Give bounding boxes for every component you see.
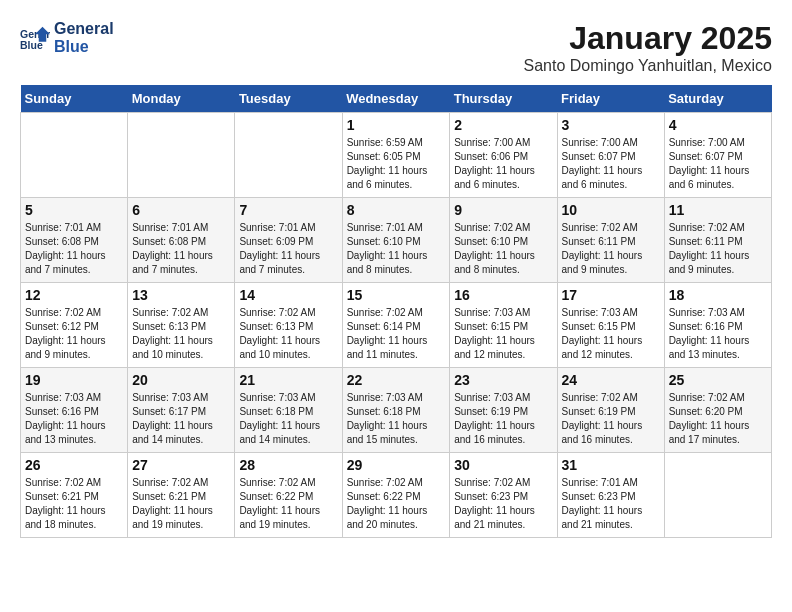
day-info: Sunrise: 7:02 AM Sunset: 6:11 PM Dayligh… [669, 221, 767, 277]
header-cell-wednesday: Wednesday [342, 85, 450, 113]
day-cell: 6Sunrise: 7:01 AM Sunset: 6:08 PM Daylig… [128, 198, 235, 283]
day-cell: 20Sunrise: 7:03 AM Sunset: 6:17 PM Dayli… [128, 368, 235, 453]
day-info: Sunrise: 7:01 AM Sunset: 6:09 PM Dayligh… [239, 221, 337, 277]
day-cell: 22Sunrise: 7:03 AM Sunset: 6:18 PM Dayli… [342, 368, 450, 453]
day-number: 27 [132, 457, 230, 473]
day-cell: 10Sunrise: 7:02 AM Sunset: 6:11 PM Dayli… [557, 198, 664, 283]
day-number: 23 [454, 372, 552, 388]
page-header: General Blue General Blue January 2025 S… [20, 20, 772, 75]
header-row: SundayMondayTuesdayWednesdayThursdayFrid… [21, 85, 772, 113]
day-number: 3 [562, 117, 660, 133]
calendar-table: SundayMondayTuesdayWednesdayThursdayFrid… [20, 85, 772, 538]
day-number: 25 [669, 372, 767, 388]
header-cell-monday: Monday [128, 85, 235, 113]
day-number: 26 [25, 457, 123, 473]
day-info: Sunrise: 7:02 AM Sunset: 6:22 PM Dayligh… [347, 476, 446, 532]
day-number: 29 [347, 457, 446, 473]
day-number: 20 [132, 372, 230, 388]
day-info: Sunrise: 7:01 AM Sunset: 6:23 PM Dayligh… [562, 476, 660, 532]
logo: General Blue General Blue [20, 20, 114, 56]
day-info: Sunrise: 7:03 AM Sunset: 6:15 PM Dayligh… [454, 306, 552, 362]
day-info: Sunrise: 7:00 AM Sunset: 6:06 PM Dayligh… [454, 136, 552, 192]
day-info: Sunrise: 7:02 AM Sunset: 6:12 PM Dayligh… [25, 306, 123, 362]
day-info: Sunrise: 7:00 AM Sunset: 6:07 PM Dayligh… [669, 136, 767, 192]
day-cell: 15Sunrise: 7:02 AM Sunset: 6:14 PM Dayli… [342, 283, 450, 368]
day-cell: 8Sunrise: 7:01 AM Sunset: 6:10 PM Daylig… [342, 198, 450, 283]
day-info: Sunrise: 7:02 AM Sunset: 6:21 PM Dayligh… [25, 476, 123, 532]
week-row-1: 1Sunrise: 6:59 AM Sunset: 6:05 PM Daylig… [21, 113, 772, 198]
day-cell: 16Sunrise: 7:03 AM Sunset: 6:15 PM Dayli… [450, 283, 557, 368]
header-cell-sunday: Sunday [21, 85, 128, 113]
day-number: 19 [25, 372, 123, 388]
day-number: 9 [454, 202, 552, 218]
day-cell: 7Sunrise: 7:01 AM Sunset: 6:09 PM Daylig… [235, 198, 342, 283]
day-number: 1 [347, 117, 446, 133]
day-cell: 29Sunrise: 7:02 AM Sunset: 6:22 PM Dayli… [342, 453, 450, 538]
day-number: 7 [239, 202, 337, 218]
logo-line2: Blue [54, 38, 114, 56]
day-cell: 9Sunrise: 7:02 AM Sunset: 6:10 PM Daylig… [450, 198, 557, 283]
day-info: Sunrise: 6:59 AM Sunset: 6:05 PM Dayligh… [347, 136, 446, 192]
day-info: Sunrise: 7:02 AM Sunset: 6:13 PM Dayligh… [132, 306, 230, 362]
day-cell: 4Sunrise: 7:00 AM Sunset: 6:07 PM Daylig… [664, 113, 771, 198]
day-number: 10 [562, 202, 660, 218]
week-row-4: 19Sunrise: 7:03 AM Sunset: 6:16 PM Dayli… [21, 368, 772, 453]
page-title: January 2025 [524, 20, 772, 57]
day-number: 30 [454, 457, 552, 473]
day-info: Sunrise: 7:02 AM Sunset: 6:21 PM Dayligh… [132, 476, 230, 532]
day-cell: 13Sunrise: 7:02 AM Sunset: 6:13 PM Dayli… [128, 283, 235, 368]
day-info: Sunrise: 7:03 AM Sunset: 6:16 PM Dayligh… [669, 306, 767, 362]
day-info: Sunrise: 7:02 AM Sunset: 6:19 PM Dayligh… [562, 391, 660, 447]
header-cell-thursday: Thursday [450, 85, 557, 113]
day-info: Sunrise: 7:02 AM Sunset: 6:20 PM Dayligh… [669, 391, 767, 447]
day-info: Sunrise: 7:02 AM Sunset: 6:23 PM Dayligh… [454, 476, 552, 532]
header-cell-friday: Friday [557, 85, 664, 113]
day-number: 17 [562, 287, 660, 303]
day-cell: 5Sunrise: 7:01 AM Sunset: 6:08 PM Daylig… [21, 198, 128, 283]
day-number: 6 [132, 202, 230, 218]
day-number: 11 [669, 202, 767, 218]
day-cell: 17Sunrise: 7:03 AM Sunset: 6:15 PM Dayli… [557, 283, 664, 368]
day-cell: 28Sunrise: 7:02 AM Sunset: 6:22 PM Dayli… [235, 453, 342, 538]
day-info: Sunrise: 7:02 AM Sunset: 6:14 PM Dayligh… [347, 306, 446, 362]
day-cell: 26Sunrise: 7:02 AM Sunset: 6:21 PM Dayli… [21, 453, 128, 538]
day-info: Sunrise: 7:01 AM Sunset: 6:08 PM Dayligh… [25, 221, 123, 277]
day-number: 4 [669, 117, 767, 133]
day-number: 2 [454, 117, 552, 133]
day-cell: 11Sunrise: 7:02 AM Sunset: 6:11 PM Dayli… [664, 198, 771, 283]
day-number: 22 [347, 372, 446, 388]
day-cell [21, 113, 128, 198]
day-info: Sunrise: 7:02 AM Sunset: 6:10 PM Dayligh… [454, 221, 552, 277]
day-info: Sunrise: 7:03 AM Sunset: 6:15 PM Dayligh… [562, 306, 660, 362]
week-row-3: 12Sunrise: 7:02 AM Sunset: 6:12 PM Dayli… [21, 283, 772, 368]
day-cell: 31Sunrise: 7:01 AM Sunset: 6:23 PM Dayli… [557, 453, 664, 538]
day-cell: 1Sunrise: 6:59 AM Sunset: 6:05 PM Daylig… [342, 113, 450, 198]
day-number: 15 [347, 287, 446, 303]
day-cell [128, 113, 235, 198]
header-cell-saturday: Saturday [664, 85, 771, 113]
day-cell: 21Sunrise: 7:03 AM Sunset: 6:18 PM Dayli… [235, 368, 342, 453]
day-cell: 2Sunrise: 7:00 AM Sunset: 6:06 PM Daylig… [450, 113, 557, 198]
day-cell: 14Sunrise: 7:02 AM Sunset: 6:13 PM Dayli… [235, 283, 342, 368]
day-info: Sunrise: 7:03 AM Sunset: 6:18 PM Dayligh… [239, 391, 337, 447]
day-number: 5 [25, 202, 123, 218]
day-number: 12 [25, 287, 123, 303]
title-block: January 2025 Santo Domingo Yanhuitlan, M… [524, 20, 772, 75]
day-cell: 25Sunrise: 7:02 AM Sunset: 6:20 PM Dayli… [664, 368, 771, 453]
day-info: Sunrise: 7:00 AM Sunset: 6:07 PM Dayligh… [562, 136, 660, 192]
day-cell: 27Sunrise: 7:02 AM Sunset: 6:21 PM Dayli… [128, 453, 235, 538]
day-info: Sunrise: 7:03 AM Sunset: 6:18 PM Dayligh… [347, 391, 446, 447]
day-number: 16 [454, 287, 552, 303]
day-number: 28 [239, 457, 337, 473]
day-info: Sunrise: 7:03 AM Sunset: 6:17 PM Dayligh… [132, 391, 230, 447]
week-row-5: 26Sunrise: 7:02 AM Sunset: 6:21 PM Dayli… [21, 453, 772, 538]
day-cell: 18Sunrise: 7:03 AM Sunset: 6:16 PM Dayli… [664, 283, 771, 368]
day-info: Sunrise: 7:01 AM Sunset: 6:08 PM Dayligh… [132, 221, 230, 277]
day-cell: 12Sunrise: 7:02 AM Sunset: 6:12 PM Dayli… [21, 283, 128, 368]
logo-icon: General Blue [20, 23, 50, 53]
day-number: 18 [669, 287, 767, 303]
day-cell: 30Sunrise: 7:02 AM Sunset: 6:23 PM Dayli… [450, 453, 557, 538]
day-info: Sunrise: 7:01 AM Sunset: 6:10 PM Dayligh… [347, 221, 446, 277]
day-cell: 23Sunrise: 7:03 AM Sunset: 6:19 PM Dayli… [450, 368, 557, 453]
day-cell: 24Sunrise: 7:02 AM Sunset: 6:19 PM Dayli… [557, 368, 664, 453]
